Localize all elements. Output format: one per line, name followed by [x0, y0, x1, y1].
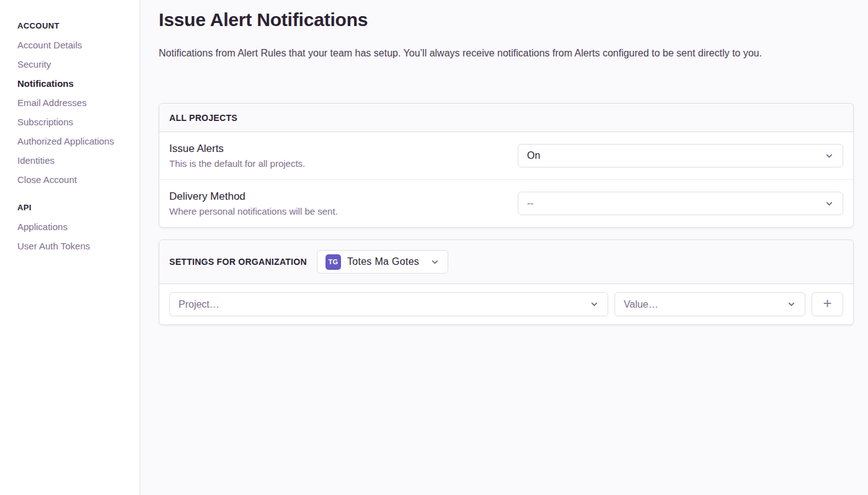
sidebar-item-email-addresses[interactable]: Email Addresses — [17, 93, 132, 112]
delivery-method-field-row: Delivery Method Where personal notificat… — [159, 179, 853, 227]
value-select-placeholder: Value… — [624, 299, 658, 310]
org-settings-panel-header: SETTINGS FOR ORGANIZATION TG Totes Ma Go… — [159, 240, 853, 284]
page-title: Issue Alert Notifications — [159, 9, 854, 31]
page-description: Notifications from Alert Rules that your… — [159, 47, 854, 60]
chevron-down-icon — [430, 257, 440, 267]
chevron-down-icon — [825, 151, 834, 161]
issue-alerts-field-text: Issue Alerts This is the default for all… — [169, 142, 518, 169]
sidebar-item-security[interactable]: Security — [17, 55, 132, 74]
issue-alerts-help: This is the default for all projects. — [169, 158, 503, 169]
value-select[interactable]: Value… — [614, 292, 805, 316]
all-projects-panel: ALL PROJECTS Issue Alerts This is the de… — [159, 103, 854, 228]
main-content: Issue Alert Notifications Notifications … — [140, 0, 868, 495]
issue-alerts-control: On — [518, 144, 843, 167]
sidebar-header-api: API — [17, 198, 132, 217]
sidebar-item-subscriptions[interactable]: Subscriptions — [17, 112, 132, 132]
settings-page: ACCOUNT Account Details Security Notific… — [0, 0, 868, 495]
org-settings-body: Project… Value… + — [159, 284, 853, 324]
org-name: Totes Ma Gotes — [347, 256, 419, 267]
settings-sidebar: ACCOUNT Account Details Security Notific… — [0, 0, 140, 495]
project-select[interactable]: Project… — [169, 292, 608, 316]
issue-alerts-label: Issue Alerts — [169, 142, 503, 155]
plus-icon: + — [823, 296, 831, 311]
delivery-method-select[interactable]: -- — [518, 192, 843, 215]
organization-select[interactable]: TG Totes Ma Gotes — [317, 250, 448, 274]
delivery-method-control: -- — [518, 192, 843, 215]
sidebar-section-api: API Applications User Auth Tokens — [17, 198, 132, 256]
org-settings-header-label: SETTINGS FOR ORGANIZATION — [169, 257, 307, 267]
delivery-method-field-text: Delivery Method Where personal notificat… — [169, 190, 518, 217]
chevron-down-icon — [787, 300, 796, 309]
delivery-method-select-value: -- — [527, 198, 534, 209]
org-settings-panel: SETTINGS FOR ORGANIZATION TG Totes Ma Go… — [159, 239, 854, 325]
issue-alerts-select-value: On — [527, 150, 540, 161]
add-rule-button[interactable]: + — [812, 292, 843, 316]
issue-alerts-field-row: Issue Alerts This is the default for all… — [159, 132, 853, 179]
delivery-method-label: Delivery Method — [169, 190, 503, 203]
sidebar-item-user-auth-tokens[interactable]: User Auth Tokens — [17, 236, 132, 256]
org-avatar: TG — [326, 254, 341, 270]
project-select-placeholder: Project… — [179, 299, 219, 310]
sidebar-item-applications[interactable]: Applications — [17, 217, 132, 236]
sidebar-item-close-account[interactable]: Close Account — [17, 170, 132, 189]
sidebar-section-account: ACCOUNT Account Details Security Notific… — [17, 16, 132, 189]
sidebar-item-notifications[interactable]: Notifications — [17, 74, 132, 93]
delivery-method-help: Where personal notifications will be sen… — [169, 206, 503, 217]
sidebar-item-account-details[interactable]: Account Details — [17, 35, 132, 55]
sidebar-item-authorized-applications[interactable]: Authorized Applications — [17, 132, 132, 151]
chevron-down-icon — [825, 199, 834, 208]
all-projects-panel-header: ALL PROJECTS — [159, 104, 853, 132]
chevron-down-icon — [590, 300, 599, 309]
issue-alerts-select[interactable]: On — [518, 144, 843, 167]
sidebar-header-account: ACCOUNT — [17, 16, 132, 35]
sidebar-item-identities[interactable]: Identities — [17, 151, 132, 170]
